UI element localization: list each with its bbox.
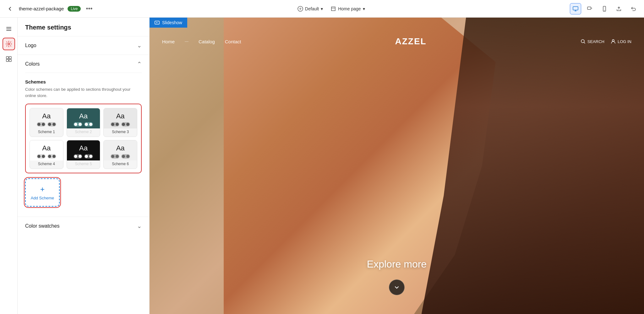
cursor-tool-button[interactable] <box>584 3 596 14</box>
page-label: Home page <box>338 6 361 11</box>
colors-section-header[interactable]: Colors ⌃ <box>25 55 142 73</box>
scheme-5-toggles <box>74 154 93 159</box>
scheme-4-label: Scheme 4 <box>30 160 63 169</box>
scheme-4-card[interactable]: Aa Scheme 4 <box>30 140 63 169</box>
more-options-button[interactable]: ••• <box>86 5 92 12</box>
brand-logo: AZZEL <box>395 36 426 46</box>
slideshow-label: Slideshow <box>162 20 182 25</box>
mobile-view-button[interactable] <box>599 3 610 14</box>
nav-left-links: Home — Catalog Contact <box>162 39 241 44</box>
scheme-6-card[interactable]: Aa Scheme 6 <box>103 140 137 169</box>
login-button[interactable]: LOG IN <box>611 39 631 44</box>
scheme-5-card[interactable]: Aa Scheme 5 <box>67 140 101 169</box>
scheme-6-toggle2 <box>121 154 130 159</box>
page-chevron: ▾ <box>363 6 365 11</box>
search-button[interactable]: SEARCH <box>581 39 604 44</box>
scheme-4-dot2 <box>42 155 45 158</box>
scheme-3-dot4 <box>126 123 129 126</box>
scheme-4-toggle2 <box>47 154 56 159</box>
add-scheme-plus-icon: + <box>40 185 45 194</box>
scheme-5-toggle2 <box>84 154 93 159</box>
color-swatches-label: Color swatches <box>25 223 59 229</box>
scheme-6-toggle1 <box>111 154 119 159</box>
scheme-6-dot3 <box>122 155 125 158</box>
default-label: Default <box>305 6 319 11</box>
svg-rect-10 <box>9 57 11 59</box>
store-title: theme-azzel-package <box>19 6 64 11</box>
scheme-5-label: Scheme 5 <box>67 160 100 169</box>
logo-section-row[interactable]: Logo ⌄ <box>18 36 149 55</box>
scheme-2-label: Scheme 2 <box>67 128 100 137</box>
svg-rect-9 <box>6 57 8 59</box>
colors-chevron-icon: ⌃ <box>137 61 142 68</box>
logo-chevron-icon: ⌄ <box>137 42 142 49</box>
explore-down-button[interactable] <box>389 279 405 295</box>
live-badge: Live <box>68 6 81 12</box>
scheme-3-dot2 <box>116 123 119 126</box>
scheme-6-dot4 <box>126 155 129 158</box>
color-swatches-row[interactable]: Color swatches ⌄ <box>18 217 149 235</box>
main-content: Theme settings Logo ⌄ Colors ⌃ Schemes C… <box>0 18 644 314</box>
schemes-title: Schemes <box>25 79 142 84</box>
back-button[interactable] <box>5 4 15 14</box>
svg-rect-2 <box>587 7 591 9</box>
scheme-5-aa: Aa <box>79 144 88 152</box>
color-swatches-chevron-icon: ⌄ <box>137 223 142 230</box>
default-chevron: ▾ <box>321 6 323 11</box>
scheme-2-dot1 <box>74 123 77 126</box>
scheme-1-dot4 <box>52 123 56 126</box>
svg-rect-11 <box>6 59 8 62</box>
scheme-1-toggles <box>37 122 56 127</box>
desktop-view-button[interactable] <box>570 3 581 14</box>
scheme-4-aa: Aa <box>42 144 51 152</box>
scheme-3-toggle2 <box>121 122 130 127</box>
page-selector[interactable]: Home page ▾ <box>330 6 365 12</box>
svg-rect-7 <box>6 30 11 31</box>
scheme-3-toggles <box>111 122 130 127</box>
scheme-1-toggle1 <box>37 122 46 127</box>
settings-rail-button[interactable] <box>3 38 15 50</box>
add-scheme-button[interactable]: + Add Scheme <box>25 178 60 207</box>
scheme-4-dot3 <box>48 155 51 158</box>
nav-rail-button[interactable] <box>3 23 15 35</box>
scheme-1-card[interactable]: Aa Scheme 1 <box>30 108 63 137</box>
svg-rect-6 <box>6 29 11 29</box>
schemes-description: Color schemes can be applied to sections… <box>25 86 142 99</box>
default-selector[interactable]: Default ▾ <box>297 6 323 12</box>
scheme-6-dot1 <box>111 155 114 158</box>
scheme-3-aa: Aa <box>116 112 125 120</box>
svg-rect-1 <box>573 7 578 10</box>
svg-point-4 <box>604 10 605 11</box>
preview-area: Slideshow Home — Catalog Contact AZZEL <box>150 18 644 314</box>
panel-title: Theme settings <box>18 18 149 36</box>
scheme-3-dot3 <box>122 123 125 126</box>
grid-rail-button[interactable] <box>3 53 15 65</box>
preview-navigation: Home — Catalog Contact AZZEL SEARCH <box>150 30 644 53</box>
nav-right-actions: SEARCH LOG IN <box>581 39 631 44</box>
icon-rail <box>0 18 18 314</box>
topbar: theme-azzel-package Live ••• Default ▾ H… <box>0 0 644 18</box>
scheme-2-dot3 <box>85 123 88 126</box>
nav-home-link[interactable]: Home <box>162 39 175 44</box>
export-button[interactable] <box>613 3 625 14</box>
topbar-center: Default ▾ Home page ▾ <box>96 6 566 12</box>
colors-section: Colors ⌃ Schemes Color schemes can be ap… <box>18 55 149 214</box>
login-label: LOG IN <box>618 39 631 44</box>
scheme-2-toggle1 <box>74 122 82 127</box>
scheme-5-dot2 <box>79 155 82 158</box>
scheme-3-card[interactable]: Aa Scheme 3 <box>103 108 137 137</box>
scheme-1-dot1 <box>37 123 41 126</box>
add-scheme-label: Add Scheme <box>31 196 54 200</box>
scheme-1-dot3 <box>48 123 51 126</box>
scheme-1-label: Scheme 1 <box>30 128 63 137</box>
nav-separator: — <box>185 39 188 44</box>
scheme-2-aa: Aa <box>79 112 88 120</box>
svg-rect-12 <box>9 59 11 62</box>
nav-contact-link[interactable]: Contact <box>225 39 241 44</box>
search-label: SEARCH <box>587 39 604 44</box>
undo-button[interactable] <box>628 3 639 14</box>
scheme-2-card[interactable]: Aa Scheme 2 <box>67 108 101 137</box>
scheme-3-dot1 <box>111 123 114 126</box>
nav-catalog-link[interactable]: Catalog <box>199 39 215 44</box>
slideshow-tab[interactable]: Slideshow <box>150 18 187 28</box>
